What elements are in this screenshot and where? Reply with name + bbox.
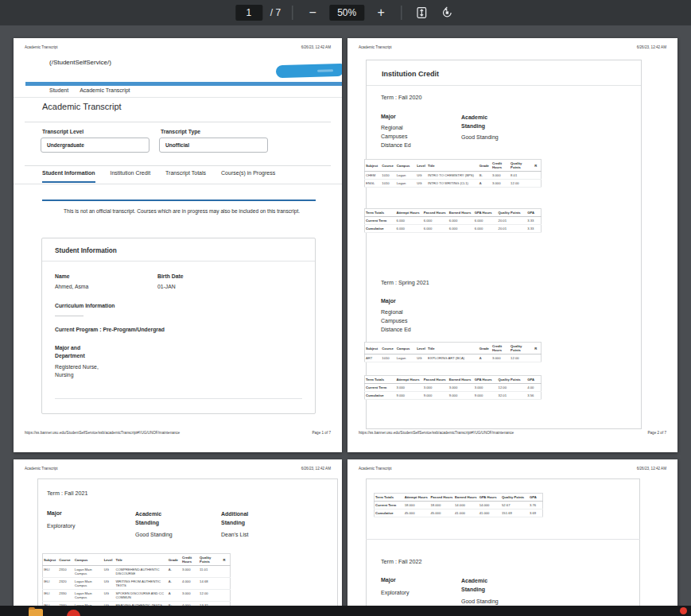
notification-badge[interactable] xyxy=(680,607,687,614)
table-cell: 2310 xyxy=(58,566,74,578)
table-cell: A xyxy=(479,180,491,188)
table-cell: 3.000 xyxy=(423,384,448,392)
term-label-fall-2021: Term : Fall 2021 xyxy=(47,490,88,497)
table-cell: 4.000 xyxy=(181,578,199,590)
column-header: GPA xyxy=(526,209,541,217)
table-cell: 3.56 xyxy=(526,392,541,400)
column-header: Term Totals xyxy=(365,209,396,217)
column-header: GPA xyxy=(526,376,541,384)
zoom-out-button[interactable]: − xyxy=(304,3,321,22)
table-row: IELI2310Logan Main CampusUGCOMPREHEND AU… xyxy=(43,566,231,578)
table-cell: 3.000 xyxy=(491,172,510,180)
rotate-button[interactable] xyxy=(438,3,456,22)
doc-header-datetime: 6/26/23, 12:42 AM xyxy=(637,467,666,471)
table-cell: 6.000 xyxy=(448,225,474,233)
table-cell: Cumulative xyxy=(365,225,396,233)
table-cell: 6.000 xyxy=(474,225,498,233)
column-header: Passed Hours xyxy=(423,376,448,384)
institution-credit-heading: Institution Credit xyxy=(367,60,641,86)
column-header: GPA xyxy=(529,494,543,502)
column-header: Attempt Hours xyxy=(395,209,422,217)
table-cell: Cumulative xyxy=(365,392,396,400)
additional-standing-label: Additional Standing xyxy=(221,510,248,527)
breadcrumb-item-student: Student xyxy=(49,87,68,93)
table-cell: 6.000 xyxy=(423,217,448,225)
tab-institution-credit: Institution Credit xyxy=(111,170,151,183)
table-cell: Current Term xyxy=(365,384,396,392)
column-header: Passed Hours xyxy=(423,209,448,217)
column-header: Campus xyxy=(396,160,416,172)
major-department-value: Registered Nurse, Nursing xyxy=(55,363,99,379)
name-label: Name xyxy=(55,273,70,279)
additional-standing-value: Dean's List xyxy=(221,530,248,539)
transcript-level-label: Transcript Level xyxy=(42,129,83,134)
column-header: Quality Points xyxy=(498,209,527,217)
tab-courses-in-progress: Course(s) in Progress xyxy=(221,170,275,183)
table-cell: UG xyxy=(103,590,115,602)
column-header: Quality Points xyxy=(498,376,527,384)
unofficial-notice-text: This is not an official transcript. Cour… xyxy=(64,207,302,215)
major-value: Exploratory xyxy=(47,521,75,530)
table-cell: 1010 xyxy=(381,354,395,362)
table-cell: 3.76 xyxy=(529,502,543,509)
table-cell: Logan xyxy=(396,180,416,188)
table-row: ENGL1010LoganUGINTRO TO WRITING (CL1)A3.… xyxy=(365,180,542,188)
column-header: Earned Hours xyxy=(448,209,474,217)
table-cell xyxy=(223,590,231,602)
transcript-tabs: Student Information Institution Credit T… xyxy=(42,170,275,183)
table-cell: Logan Main Campus xyxy=(74,590,103,602)
table-cell: 3.000 xyxy=(491,354,510,362)
table-cell: 14.000 xyxy=(454,502,479,509)
pdf-viewport: 1 / 7 − 50% + xyxy=(0,0,691,616)
column-header: Quality Points xyxy=(510,343,534,354)
column-header: GPA Hours xyxy=(474,209,498,217)
doc-header-title: Academic Transcript xyxy=(359,45,392,49)
column-header: Term Totals xyxy=(375,494,404,502)
service-path-text: (/StudentSelfService/) xyxy=(49,59,111,66)
institution-credit-box: Institution Credit xyxy=(366,60,642,429)
redaction-scribble xyxy=(276,64,342,78)
term-label-spring-2021: Term : Spring 2021 xyxy=(381,279,429,286)
column-header: Attempt Hours xyxy=(395,376,422,384)
table-cell: 45.000 xyxy=(404,509,430,517)
table-cell: Cumulative xyxy=(375,509,404,517)
column-header: Attempt Hours xyxy=(404,494,430,502)
table-cell: 4.00 xyxy=(526,384,541,392)
tab-transcript-totals: Transcript Totals xyxy=(165,170,206,183)
table-cell: EXPLORING ART (BCA) xyxy=(427,354,479,362)
term-label-fall-2020: Term : Fall 2020 xyxy=(381,94,422,101)
table-cell: 1010 xyxy=(381,180,395,188)
table-cell: 12.00 xyxy=(199,590,222,602)
table-cell: 151.69 xyxy=(501,509,529,517)
table-cell: 3.69 xyxy=(529,509,543,517)
page-number-input[interactable]: 1 xyxy=(235,5,262,21)
table-cell: 2320 xyxy=(58,578,74,590)
table-cell: 20.01 xyxy=(498,225,527,233)
folder-icon[interactable] xyxy=(29,609,43,616)
curriculum-information-label: Curriculum Information xyxy=(55,303,115,308)
zoom-in-button[interactable]: + xyxy=(372,3,390,22)
taskbar xyxy=(0,606,691,616)
column-header: Course xyxy=(58,554,74,566)
totals-table-header-row: Term TotalsAttempt HoursPassed HoursEarn… xyxy=(375,494,543,502)
column-header: Passed Hours xyxy=(429,494,454,502)
app-icon-red[interactable] xyxy=(67,610,80,616)
current-program-value: Pre-Program/Undergrad xyxy=(103,327,164,332)
table-cell: Current Term xyxy=(365,217,396,225)
table-cell: 9.000 xyxy=(423,392,448,400)
table-cell: UG xyxy=(416,354,427,362)
pdf-page-1: Academic Transcript 6/26/23, 12:42 AM (/… xyxy=(14,38,342,452)
column-header: Grade xyxy=(479,343,491,354)
major-label: Major xyxy=(381,298,396,304)
table-cell: 12.00 xyxy=(510,354,534,362)
fit-page-button[interactable] xyxy=(413,3,430,22)
table-row: IELI2330Logan Main CampusUGSPOKEN DISCOU… xyxy=(43,590,231,602)
table-cell: A- xyxy=(168,578,181,590)
column-header: Title xyxy=(427,160,479,172)
column-header: Campus xyxy=(74,554,103,566)
header-accent-bar xyxy=(25,82,342,86)
table-cell: CHEM xyxy=(365,172,382,180)
student-information-heading: Student Information xyxy=(42,238,315,262)
column-header: Grade xyxy=(168,554,181,566)
zoom-level-input[interactable]: 50% xyxy=(329,5,364,21)
